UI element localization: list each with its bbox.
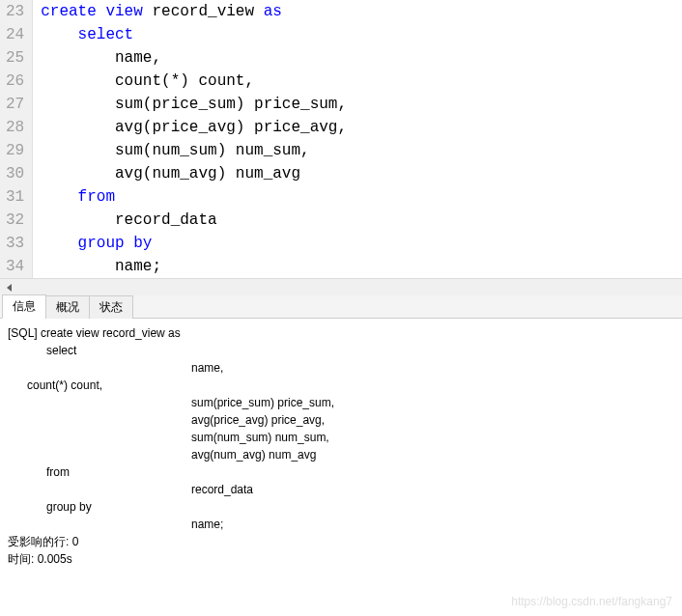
output-panel[interactable]: [SQL] create view record_view as select … (0, 319, 682, 616)
output-line: name, (8, 359, 674, 377)
line-number: 27 (6, 93, 24, 116)
output-line: select (8, 342, 674, 359)
output-line: avg(price_avg) price_avg, (8, 411, 674, 429)
line-number: 32 (6, 209, 24, 232)
output-line: count(*) count, (8, 377, 674, 394)
line-number: 28 (6, 116, 24, 139)
code-line: name; (41, 255, 347, 278)
code-line: record_data (41, 209, 347, 232)
output-line: group by (8, 498, 674, 516)
code-content[interactable]: create view record_view as select name, … (33, 0, 347, 278)
code-line: count(*) count, (41, 70, 347, 93)
output-line: from (8, 463, 674, 481)
line-number: 30 (6, 162, 24, 185)
code-editor[interactable]: 23 24 25 26 27 28 29 30 31 32 33 34 crea… (0, 0, 682, 278)
output-tabs: 信息 概况 状态 (0, 295, 682, 319)
line-number-gutter: 23 24 25 26 27 28 29 30 31 32 33 34 (0, 0, 33, 278)
line-number: 26 (6, 70, 24, 93)
line-number: 23 (6, 0, 24, 23)
line-number: 34 (6, 255, 24, 278)
watermark: https://blog.csdn.net/fangkang7 (511, 593, 672, 610)
code-line: avg(price_avg) price_avg, (41, 116, 347, 139)
output-time: 时间: 0.005s (8, 550, 674, 568)
horizontal-scrollbar[interactable] (0, 278, 682, 295)
tab-overview[interactable]: 概况 (45, 295, 90, 319)
line-number: 29 (6, 139, 24, 162)
output-affected-rows: 受影响的行: 0 (8, 533, 674, 550)
code-line: from (41, 185, 347, 209)
code-line: sum(num_sum) num_sum, (41, 139, 347, 162)
line-number: 33 (6, 232, 24, 255)
code-line: sum(price_sum) price_sum, (41, 93, 347, 116)
line-number: 31 (6, 185, 24, 209)
line-number: 24 (6, 23, 24, 46)
tab-info[interactable]: 信息 (2, 294, 46, 319)
code-line: create view record_view as (41, 0, 347, 23)
scroll-left-icon[interactable] (2, 280, 17, 295)
output-line: name; (8, 516, 674, 533)
output-line: record_data (8, 481, 674, 498)
output-line: [SQL] create view record_view as (8, 324, 674, 342)
output-line: avg(num_avg) num_avg (8, 446, 674, 463)
code-line: avg(num_avg) num_avg (41, 162, 347, 185)
code-line: select (41, 23, 347, 46)
output-line: sum(num_sum) num_sum, (8, 429, 674, 446)
tab-status[interactable]: 状态 (89, 295, 133, 319)
code-line: name, (41, 46, 347, 70)
code-line: group by (41, 232, 347, 255)
line-number: 25 (6, 46, 24, 70)
output-line: sum(price_sum) price_sum, (8, 394, 674, 411)
